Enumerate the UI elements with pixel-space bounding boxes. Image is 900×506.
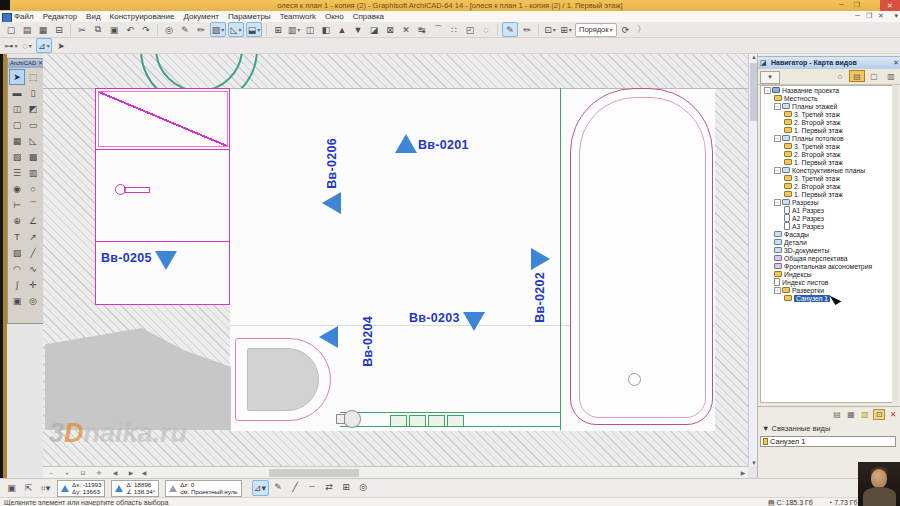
reference-icon[interactable]: ⬓▾ xyxy=(246,22,262,37)
dropdown-arrow-icon[interactable]: ▾ xyxy=(221,26,224,33)
menu-item[interactable]: Справка xyxy=(353,12,384,21)
paste-icon[interactable]: ▣ xyxy=(107,23,121,36)
dashed-icon[interactable]: ┄ xyxy=(305,480,320,494)
delete-icon[interactable]: ✕ xyxy=(887,409,899,420)
menu-item[interactable]: Документ xyxy=(183,12,219,21)
tree-expander-icon[interactable]: - xyxy=(764,87,771,94)
tree-item[interactable]: Индексы xyxy=(761,270,892,278)
elevation-marker-triangle[interactable] xyxy=(463,312,485,331)
gravity-icon[interactable]: ⊿▾ xyxy=(252,480,269,496)
elevation-marker-label[interactable]: Вв-0205 xyxy=(101,251,152,265)
elevation-marker-triangle[interactable] xyxy=(531,248,550,270)
open-view-icon[interactable]: ⊡ xyxy=(873,409,885,420)
menu-item[interactable]: Параметры xyxy=(228,12,271,21)
scale-icon[interactable]: ⊞▾ xyxy=(559,23,573,36)
tree-item[interactable]: -Разрезы xyxy=(761,198,892,206)
split-icon[interactable]: ◪ xyxy=(367,23,381,36)
dropdown-arrow-icon[interactable]: ▾ xyxy=(257,26,260,33)
elevation-marker-label[interactable]: Вв-0202 xyxy=(533,272,547,323)
angle-dimension-tool[interactable]: ∠ xyxy=(25,213,41,229)
bring-front-icon[interactable]: ▲ xyxy=(335,23,349,36)
view-map-tab[interactable]: ▤ xyxy=(849,70,865,82)
dropdown-arrow-icon[interactable]: ▾ xyxy=(14,42,17,49)
tree-expander-icon[interactable]: - xyxy=(774,287,781,294)
line-tool[interactable]: ╱ xyxy=(25,245,41,261)
elevation-box[interactable]: Δz: 0 см. Проектный нуль xyxy=(165,480,241,497)
column-tool[interactable]: ▢ xyxy=(9,117,25,133)
vertical-scroll-thumb[interactable] xyxy=(750,63,757,121)
layers-icon[interactable]: ⊡▾ xyxy=(543,23,557,36)
hotspot-tool[interactable]: ✛ xyxy=(25,277,41,293)
selection-info-icon[interactable]: ▣ xyxy=(4,481,19,495)
beam-tool[interactable]: ▭ xyxy=(25,117,41,133)
tree-item[interactable]: -Развертки xyxy=(761,286,892,294)
dropdown-arrow-icon[interactable]: ▾ xyxy=(29,42,32,49)
arrow-small-icon[interactable]: 〉 xyxy=(635,23,649,36)
door-tool[interactable]: ▯ xyxy=(25,85,41,101)
tree-item[interactable]: А2 Разрез xyxy=(761,214,892,222)
dimension-tool[interactable]: ⊢ xyxy=(9,197,25,213)
tree-item[interactable]: -Планы потолков xyxy=(761,134,892,142)
open-icon[interactable]: ▤ xyxy=(20,23,34,36)
elevation-marker-triangle[interactable] xyxy=(319,326,338,348)
slash-icon[interactable]: ╱ xyxy=(288,480,303,494)
default-settings-icon[interactable]: ⊶▾ xyxy=(4,39,18,52)
tree-item[interactable]: А1 Разрез xyxy=(761,206,892,214)
menu-item[interactable]: Вид xyxy=(86,12,100,21)
object-tool[interactable]: ◉ xyxy=(9,181,25,197)
tree-item[interactable]: 3. Третий этаж xyxy=(761,142,892,150)
figure-tool[interactable]: ▣ xyxy=(9,293,25,309)
tree-expander-icon[interactable]: - xyxy=(774,103,781,110)
tree-view-icon[interactable]: ▦ xyxy=(845,409,857,420)
dropdown-arrow-icon[interactable]: ▾ xyxy=(262,483,267,493)
linked-view-item[interactable]: Санузел 1 xyxy=(760,436,896,447)
cut-icon[interactable]: ✂ xyxy=(75,23,89,36)
menu-item[interactable]: Конструирование xyxy=(110,12,175,21)
dropdown-arrow-icon[interactable]: ▾ xyxy=(610,26,613,33)
layout-book-tab[interactable]: ▢ xyxy=(866,70,882,82)
pen-icon[interactable]: ✎ xyxy=(178,23,192,36)
trim-icon[interactable]: ✕ xyxy=(399,23,413,36)
fill-tool[interactable]: ▧ xyxy=(9,245,25,261)
arrow-tool[interactable]: ➤ xyxy=(9,69,25,85)
copy-icon[interactable]: ⧉ xyxy=(91,23,105,36)
drawing-canvas[interactable]: 3Dnaika.ru Вв-0201Вв-0206Вв-0205Вв-0202В… xyxy=(43,54,748,466)
dropdown-arrow-icon[interactable]: ▾ xyxy=(46,483,51,493)
elevation-marker-triangle[interactable] xyxy=(155,251,177,270)
tree-item[interactable]: 3. Третий этаж xyxy=(761,174,892,182)
tree-item[interactable]: Детали xyxy=(761,238,892,246)
tree-item[interactable]: Фасады xyxy=(761,230,892,238)
elevation-marker-label[interactable]: Вв-0201 xyxy=(418,138,469,152)
tree-item[interactable]: 1. Первый этаж xyxy=(761,158,892,166)
tree-item[interactable]: Индекс листов xyxy=(761,278,892,286)
magnify-icon[interactable]: ◎ xyxy=(356,480,371,494)
text-tool[interactable]: T xyxy=(9,229,25,245)
tree-item[interactable]: 1. Первый этаж xyxy=(761,190,892,198)
tree-item[interactable]: Фронтальная аксонометрия xyxy=(761,262,892,270)
undo-icon[interactable]: ↶ xyxy=(123,23,137,36)
marquee-tool[interactable]: ⬚ xyxy=(25,69,41,85)
dropdown-arrow-icon[interactable]: ▾ xyxy=(569,26,572,33)
menu-overflow-icon[interactable]: ▾ xyxy=(894,12,898,20)
wall-tool[interactable]: ▬ xyxy=(9,85,25,101)
scroll-right-icon[interactable]: ▶ xyxy=(738,469,748,476)
virtual-trace-icon[interactable]: ◺▾ xyxy=(228,22,244,37)
explode-icon[interactable]: ◌ xyxy=(479,23,493,36)
elevation-marker-triangle[interactable] xyxy=(395,134,417,153)
level-dimension-tool[interactable]: ⊕ xyxy=(9,213,25,229)
redo-icon[interactable]: ↷ xyxy=(139,23,153,36)
group-icon[interactable]: ◫ xyxy=(303,23,317,36)
restore-button[interactable]: ❐ xyxy=(854,1,860,9)
tree-item[interactable]: А3 Разрез xyxy=(761,222,892,230)
grid-icon[interactable]: ⊞ xyxy=(271,23,285,36)
send-back-icon[interactable]: ▼ xyxy=(351,23,365,36)
new-icon[interactable]: ▢ xyxy=(4,23,18,36)
capture-icon[interactable]: ⊿▾ xyxy=(36,38,52,53)
tracker-icon[interactable]: ⇱ xyxy=(21,481,36,495)
navigator-scrollbar[interactable] xyxy=(892,85,899,403)
label-tool[interactable]: ↗ xyxy=(25,229,41,245)
tree-item[interactable]: -Конструктивные планы xyxy=(761,166,892,174)
tree-expander-icon[interactable]: - xyxy=(774,135,781,142)
menu-item[interactable]: Окно xyxy=(325,12,344,21)
guides-icon[interactable]: ▥▾ xyxy=(287,23,301,36)
